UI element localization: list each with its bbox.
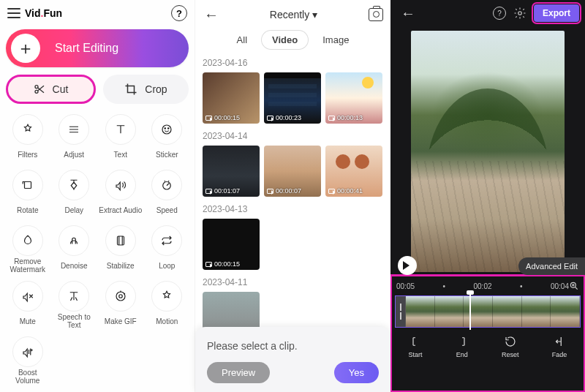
tool-remove-watermark[interactable]: Remove Watermark [6, 222, 50, 274]
camera-button[interactable] [369, 8, 383, 21]
scissors-icon [34, 83, 45, 95]
plus-icon: ＋ [11, 34, 40, 63]
cut-button[interactable]: Cut [6, 75, 96, 104]
video-thumb[interactable]: 00:00:13 [325, 72, 382, 124]
back-button[interactable]: ← [200, 7, 223, 23]
date-label: 2023-04-13 [203, 204, 383, 214]
editor-help-icon[interactable]: ? [493, 7, 506, 20]
boost-volume-icon [12, 336, 43, 367]
trim-end-button[interactable]: End [456, 335, 469, 358]
tool-speed[interactable]: Speed [146, 167, 189, 218]
app-brand: Vid.Fun [25, 7, 62, 19]
loop-icon [151, 225, 182, 256]
tab-video[interactable]: Video [262, 31, 308, 49]
select-clip-sheet: Please select a clip. Preview Yes [195, 327, 390, 392]
time-cursor: 00:02 [473, 282, 491, 290]
sheet-message: Please select a clip. [207, 340, 379, 352]
motion-icon [151, 281, 182, 312]
gallery-panel: ← Recently▾ All Video Image 2023-04-1600… [195, 0, 390, 392]
timeline-section: 00:05 • 00:02 • 00:04 Start End Reset Fa… [390, 275, 585, 392]
playhead[interactable] [469, 293, 471, 330]
speed-icon [151, 170, 182, 200]
adjust-icon [58, 114, 89, 145]
make-gif-icon [105, 281, 136, 312]
mute-icon [12, 281, 43, 312]
tool-mute[interactable]: Mute [6, 278, 50, 329]
advanced-edit-button[interactable]: Advanced Edit [518, 257, 585, 275]
export-button[interactable]: Export [534, 4, 579, 22]
video-icon [205, 116, 212, 121]
extract-audio-icon [105, 170, 136, 200]
tool-denoise[interactable]: Denoise [53, 222, 97, 274]
svg-point-3 [165, 128, 166, 129]
sticker-icon [151, 114, 182, 145]
zoom-icon[interactable] [569, 281, 579, 291]
video-thumb[interactable]: 00:00:07 [264, 146, 321, 197]
tool-boost-volume[interactable]: Boost Volume [6, 333, 50, 385]
settings-icon[interactable] [513, 7, 526, 20]
trim-start-button[interactable]: Start [409, 335, 423, 358]
video-thumb[interactable]: 00:00:23 [264, 72, 321, 124]
editor-panel: ← ? Export Advanced Edit 00:05 • 00:02 •… [390, 0, 585, 392]
tool-adjust[interactable]: Adjust [53, 111, 97, 162]
tool-text[interactable]: Text [99, 111, 143, 162]
video-icon [267, 189, 273, 194]
svg-point-1 [35, 90, 38, 93]
svg-point-10 [518, 12, 522, 15]
video-thumb[interactable]: 00:00:15 [203, 219, 260, 270]
tool-stabilize[interactable]: Stabilize [99, 222, 143, 274]
video-thumb[interactable]: 00:00:41 [325, 146, 382, 197]
date-label: 2023-04-14 [203, 131, 383, 141]
crop-button[interactable]: Crop [103, 75, 189, 104]
menu-icon[interactable] [7, 8, 20, 18]
video-icon [328, 116, 335, 121]
start-editing-button[interactable]: ＋ Start Editing [6, 29, 189, 67]
video-icon [267, 116, 273, 121]
fade-button[interactable]: Fade [552, 335, 567, 358]
tool-sticker[interactable]: Sticker [146, 111, 189, 162]
delay-icon [58, 170, 89, 200]
crop-icon [124, 83, 137, 96]
svg-point-4 [168, 128, 170, 129]
tools-grid: FiltersAdjustTextStickerRotateDelayExtra… [6, 111, 189, 385]
preview-image [411, 31, 565, 272]
video-icon [205, 262, 212, 267]
chevron-down-icon: ▾ [312, 9, 317, 20]
date-label: 2023-04-16 [203, 58, 383, 68]
yes-button[interactable]: Yes [334, 362, 379, 383]
video-icon [328, 189, 335, 194]
rotate-icon [12, 170, 43, 200]
tool-motion[interactable]: Motion [146, 278, 189, 329]
text-icon [105, 114, 136, 145]
sort-dropdown[interactable]: Recently▾ [223, 9, 364, 20]
denoise-icon [58, 225, 89, 256]
tool-loop[interactable]: Loop [146, 222, 189, 274]
tool-rotate[interactable]: Rotate [6, 167, 50, 218]
tool-speech-to-text[interactable]: Speech to Text [53, 278, 97, 329]
editor-back-button[interactable]: ← [396, 5, 420, 22]
preview-button[interactable]: Preview [207, 362, 270, 383]
tool-filters[interactable]: Filters [6, 111, 50, 162]
tool-extract-audio[interactable]: Extract Audio [99, 167, 143, 218]
svg-point-8 [116, 292, 125, 301]
svg-point-2 [162, 125, 171, 134]
svg-rect-5 [24, 182, 31, 189]
play-button[interactable] [398, 256, 417, 275]
svg-point-9 [119, 295, 123, 298]
tool-delay[interactable]: Delay [53, 167, 97, 218]
filters-icon [12, 114, 43, 145]
tab-image[interactable]: Image [312, 31, 359, 49]
time-total: 00:04 [551, 282, 569, 290]
reset-button[interactable]: Reset [502, 335, 519, 358]
video-thumb[interactable]: 00:00:15 [203, 72, 260, 124]
pause-handle[interactable] [396, 296, 406, 327]
timeline[interactable] [395, 295, 581, 328]
remove-watermark-icon [12, 225, 43, 256]
help-icon[interactable]: ? [171, 5, 187, 21]
video-icon [205, 189, 212, 194]
video-thumb[interactable]: 00:01:07 [203, 146, 260, 197]
tool-make-gif[interactable]: Make GIF [99, 278, 143, 329]
time-left: 00:05 [396, 282, 415, 290]
date-label: 2023-04-11 [203, 277, 383, 287]
tab-all[interactable]: All [227, 31, 257, 49]
